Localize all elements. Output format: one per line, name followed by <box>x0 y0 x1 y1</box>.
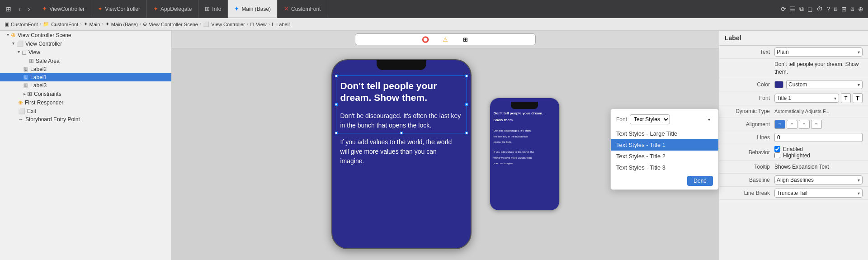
forward-button[interactable]: › <box>26 5 33 14</box>
bc-storyboard-icon: ✦ <box>84 21 88 27</box>
tab-bar: ✦ ViewController ✦ ViewController ✦ AppD… <box>36 0 776 18</box>
inspector-row-color: Color Custom <box>719 78 868 91</box>
chevron-view: ▸ <box>17 51 22 53</box>
tree-item-exit[interactable]: ⬜ Exit <box>0 107 171 115</box>
tab-viewcontroller2[interactable]: ✦ ViewController <box>91 0 147 18</box>
bc-main[interactable]: ✦ Main <box>84 21 100 27</box>
highlighted-checkbox[interactable] <box>774 152 780 158</box>
font-size-up-button[interactable]: T <box>853 93 863 103</box>
font-category-select-wrapper: Text Styles System Custom <box>630 114 713 124</box>
exit-icon: ⬜ <box>18 108 25 114</box>
tree-item-constraints[interactable]: ▸ ⊞ Constraints <box>0 90 171 98</box>
enabled-row: Enabled <box>774 146 810 152</box>
tab-viewcontroller1[interactable]: ✦ ViewController <box>36 0 91 18</box>
phone-text-quote: If you add values to the world, the worl… <box>340 137 462 166</box>
history-button[interactable]: ⏱ <box>816 5 823 13</box>
phone-mockup-main[interactable]: Don't tell people your dream. Show them.… <box>331 59 472 249</box>
chevron-vc: ▸ <box>11 43 16 45</box>
inspector-row-baseline: Baseline Align Baselines <box>719 174 868 187</box>
align-center-button[interactable]: ≡ <box>787 120 797 129</box>
inspector-row-behavior: Behavior Enabled Highlighted <box>719 144 868 161</box>
tree-item-label1[interactable]: L Label1 <box>0 73 171 81</box>
tab-info[interactable]: ⊞ Info <box>198 0 228 18</box>
text-select[interactable]: Plain <box>774 47 863 57</box>
inspector-row-linebreak: Line Break Truncate Tail <box>719 187 868 200</box>
align-right-button[interactable]: ≡ <box>799 120 810 129</box>
color-row-content: Custom <box>774 80 863 89</box>
enabled-checkbox[interactable] <box>774 146 780 152</box>
right-panel: Label Text Plain Don't tell people your … <box>719 31 868 260</box>
align-left-button[interactable]: ≡ <box>774 120 785 129</box>
layout-button[interactable]: ⧉ <box>799 5 804 13</box>
tree-item-safearea[interactable]: ⊞ Safe Area <box>0 57 171 65</box>
font-option-title1[interactable]: Text Styles - Title 1 <box>611 139 718 151</box>
refresh-button[interactable]: ⟳ <box>781 5 786 13</box>
inspector-button[interactable]: ⧈ <box>834 5 838 13</box>
tree-item-view[interactable]: ▸ ◻ View <box>0 48 171 57</box>
top-toolbar: ⊞ ‹ › ✦ ViewController ✦ ViewController … <box>0 0 868 18</box>
bc-view[interactable]: ◻ View <box>250 21 267 27</box>
new-file-button[interactable]: ◻ <box>807 5 813 13</box>
font-option-title3[interactable]: Text Styles - Title 3 <box>611 162 718 173</box>
highlighted-label: Highlighted <box>783 152 810 159</box>
align-justify-button[interactable]: ≡ <box>811 120 822 129</box>
tab-appdelegate[interactable]: ✦ AppDelegate <box>147 0 198 18</box>
font-done-row: Done <box>611 173 718 186</box>
chevron-vc-scene: ▸ <box>6 34 11 36</box>
font-label: Font <box>725 95 770 101</box>
canvas-tool-circle[interactable]: ⭕ <box>419 34 432 45</box>
inspector-row-tooltip: Tooltip Shows Expansion Text <box>719 161 868 174</box>
text-select-wrapper: Plain <box>774 47 863 57</box>
font-size-down-button[interactable]: T <box>841 93 851 103</box>
breadcrumb: ▣ CustomFont › 📁 CustomFont › ✦ Main › ✦… <box>0 18 868 31</box>
bc-view-icon: ◻ <box>250 21 254 27</box>
help-button[interactable]: ? <box>826 5 830 13</box>
font-option-large-title[interactable]: Text Styles - Large Title <box>611 128 718 139</box>
bc-vc-scene[interactable]: ⊕ View Controller Scene <box>143 21 198 27</box>
tree-item-entry-point[interactable]: → Storyboard Entry Point <box>0 115 171 123</box>
lines-input[interactable] <box>774 133 863 142</box>
bc-customfont1[interactable]: ▣ CustomFont <box>5 21 38 27</box>
list-button[interactable]: ☰ <box>790 5 796 13</box>
main-layout: ▸ ⊕ View Controller Scene ▸ ⬜ View Contr… <box>0 31 868 260</box>
font-select-wrapper: Title 1 <box>774 94 839 103</box>
tree-item-label2[interactable]: L Label2 <box>0 65 171 73</box>
inspector-row-alignment: Alignment ≡ ≡ ≡ ≡ <box>719 118 868 131</box>
font-select[interactable]: Title 1 <box>774 94 839 103</box>
extra-button[interactable]: ⊕ <box>858 5 863 13</box>
tree-item-label3[interactable]: L Label3 <box>0 81 171 90</box>
canvas-tool-warning[interactable]: ⚠ <box>439 34 452 45</box>
sliders-button[interactable]: ⊞ <box>841 5 847 13</box>
linebreak-select[interactable]: Truncate Tail <box>774 189 863 198</box>
font-done-button[interactable]: Done <box>687 176 713 186</box>
color-swatch[interactable] <box>774 81 783 88</box>
swift-icon2: ✦ <box>98 5 103 12</box>
bc-label1[interactable]: L Label1 <box>272 22 291 27</box>
phone-text-medium: Don't be discouraged. It's often the las… <box>340 111 462 130</box>
chevron-constraints: ▸ <box>24 91 26 96</box>
tree-item-vc-scene[interactable]: ▸ ⊕ View Controller Scene <box>0 31 171 39</box>
inspector-header: Label <box>719 31 868 46</box>
phone-mockup-small: Don't tell people your dream. Show them.… <box>490 98 560 211</box>
tree-item-vc[interactable]: ▸ ⬜ View Controller <box>0 39 171 48</box>
panel-button[interactable]: ⧇ <box>850 5 854 13</box>
baseline-select[interactable]: Align Baselines <box>774 175 863 184</box>
bc-vc[interactable]: ⬜ View Controller <box>203 21 245 27</box>
bc-customfont2[interactable]: 📁 CustomFont <box>43 21 78 27</box>
bc-main-base[interactable]: ✦ Main (Base) <box>105 21 138 27</box>
font-option-title2[interactable]: Text Styles - Title 2 <box>611 151 718 162</box>
back-button[interactable]: ‹ <box>16 5 23 14</box>
tooltip-label: Tooltip <box>725 164 770 170</box>
label3-icon: L <box>24 83 28 88</box>
constraints-icon: ⊞ <box>27 90 32 97</box>
grid-icon[interactable]: ⊞ <box>4 5 14 14</box>
font-category-select[interactable]: Text Styles System Custom <box>630 114 670 124</box>
tree-item-first-responder[interactable]: ⊕ First Responder <box>0 98 171 107</box>
tab-customfont[interactable]: ✕ CustomFont <box>278 0 327 18</box>
canvas-tool-layout[interactable]: ⊞ <box>459 34 472 45</box>
canvas-controls: ⭕ ⚠ ⊞ <box>355 33 536 45</box>
phone-content: Don't tell people your dream. Show them.… <box>332 60 471 174</box>
tab-main-base[interactable]: ✦ Main (Base) <box>228 0 278 18</box>
color-select[interactable]: Custom <box>786 80 863 89</box>
bc-app-icon: ▣ <box>5 21 9 27</box>
